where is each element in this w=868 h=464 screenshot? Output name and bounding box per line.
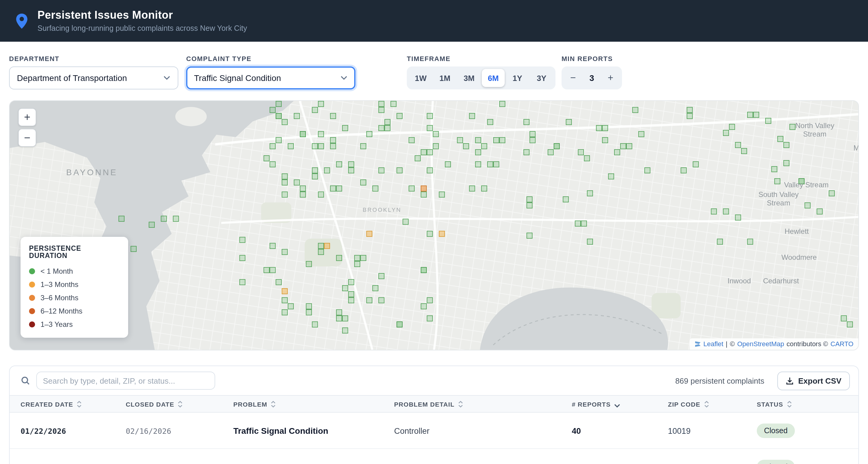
column-header-status[interactable]: STATUS xyxy=(757,395,859,412)
timeframe-option-3y[interactable]: 3Y xyxy=(530,69,553,87)
complaint-type-label: COMPLAINT TYPE xyxy=(186,55,355,62)
heat-cell xyxy=(644,167,650,173)
leaflet-flag-icon xyxy=(694,340,701,347)
zoom-out-button[interactable]: − xyxy=(18,129,36,147)
heat-cell xyxy=(239,279,245,285)
column-header-problem[interactable]: PROBLEM xyxy=(233,395,394,412)
search-icon xyxy=(21,376,30,386)
table-row[interactable]: 01/22/202602/16/2026Traffic Signal Condi… xyxy=(10,412,859,449)
column-header--reports[interactable]: # REPORTS xyxy=(572,395,668,412)
column-label: PROBLEM xyxy=(233,400,267,407)
heat-cell xyxy=(342,316,348,322)
map[interactable]: BAYONNEBROOKLYNNorth Valley StreamMValle… xyxy=(9,100,859,351)
legend-item-label: 3–6 Months xyxy=(40,294,78,302)
cell-closed: 02/16/2026 xyxy=(126,426,172,435)
heat-cell xyxy=(587,190,593,196)
heat-cell xyxy=(282,192,288,198)
heat-cell xyxy=(324,243,330,249)
heat-cell xyxy=(711,208,717,214)
search-input[interactable] xyxy=(36,371,215,390)
heat-cell xyxy=(523,149,529,155)
legend-color-dot xyxy=(29,268,35,274)
legend-item-label: < 1 Month xyxy=(40,267,73,275)
heat-cell xyxy=(384,119,391,125)
heat-cell xyxy=(378,125,384,131)
table-body: 01/22/202602/16/2026Traffic Signal Condi… xyxy=(10,412,859,464)
heat-cell xyxy=(829,190,835,196)
column-label: CREATED DATE xyxy=(21,400,73,407)
column-label: CLOSED DATE xyxy=(126,400,175,407)
heat-cell xyxy=(581,221,587,227)
heat-cell xyxy=(366,131,372,137)
zoom-in-button[interactable]: + xyxy=(18,108,36,126)
min-reports-decrease-button[interactable]: − xyxy=(565,69,581,87)
heat-cell xyxy=(336,161,342,167)
heat-cell xyxy=(632,107,638,113)
complaint-type-filter: COMPLAINT TYPE Traffic Signal Condition xyxy=(186,55,355,90)
column-header-created-date[interactable]: CREATED DATE xyxy=(10,395,126,412)
heat-cell xyxy=(378,107,384,113)
export-csv-label: Export CSV xyxy=(798,376,841,385)
min-reports-increase-button[interactable]: + xyxy=(602,69,618,87)
leaflet-link[interactable]: Leaflet xyxy=(703,340,723,347)
heat-cell xyxy=(620,143,626,149)
table-row[interactable]: 01/15/202602/10/2026Traffic Signal Condi… xyxy=(10,449,859,464)
heat-cell xyxy=(427,297,433,303)
heat-cell xyxy=(391,101,397,107)
heat-cell xyxy=(487,119,493,125)
timeframe-option-3m[interactable]: 3M xyxy=(458,69,480,87)
chevron-down-icon xyxy=(340,75,347,80)
complaints-table: CREATED DATECLOSED DATEPROBLEMPROBLEM DE… xyxy=(10,395,859,464)
column-header-problem-detail[interactable]: PROBLEM DETAIL xyxy=(394,395,572,412)
heat-cell xyxy=(276,113,282,119)
column-header-closed-date[interactable]: CLOSED DATE xyxy=(126,395,233,412)
heat-cell xyxy=(312,167,318,173)
heat-cell xyxy=(306,303,312,309)
openstreetmap-link[interactable]: OpenStreetMap xyxy=(737,340,784,347)
download-icon xyxy=(786,377,794,385)
heat-cell xyxy=(354,261,360,267)
heat-cell xyxy=(270,267,276,273)
export-csv-button[interactable]: Export CSV xyxy=(778,371,850,390)
timeframe-control: 1W1M3M6M1Y3Y xyxy=(407,66,556,90)
heat-cell xyxy=(318,249,324,255)
heat-cell xyxy=(427,149,433,155)
carto-link[interactable]: CARTO xyxy=(831,340,854,347)
heat-cell xyxy=(282,309,288,316)
timeframe-option-1m[interactable]: 1M xyxy=(433,69,456,87)
heat-cell xyxy=(312,107,318,113)
timeframe-option-1w[interactable]: 1W xyxy=(409,69,432,87)
legend-item: 6–12 Months xyxy=(29,304,120,318)
heat-cell xyxy=(638,131,644,137)
department-label: DEPARTMENT xyxy=(9,55,178,62)
heat-cell xyxy=(403,219,409,225)
cell-zip: 10019 xyxy=(668,426,690,435)
heat-cell xyxy=(566,119,572,125)
timeframe-label: TIMEFRAME xyxy=(407,55,556,62)
legend-color-dot xyxy=(29,295,35,301)
complaints-panel: 869 persistent complaints Export CSV CRE… xyxy=(9,366,859,464)
legend-color-dot xyxy=(29,308,35,314)
timeframe-option-1y[interactable]: 1Y xyxy=(506,69,529,87)
heat-cell xyxy=(548,149,554,155)
heat-cell xyxy=(427,113,433,119)
heat-cell xyxy=(439,231,445,237)
heat-cell xyxy=(366,297,372,303)
status-badge: Closed xyxy=(757,423,795,438)
column-label: STATUS xyxy=(757,400,783,407)
heat-cell xyxy=(681,167,687,173)
heat-cell xyxy=(529,137,535,143)
timeframe-option-6m[interactable]: 6M xyxy=(482,69,505,87)
cell-created: 01/15/2026 xyxy=(21,463,66,464)
heat-cell xyxy=(587,239,593,245)
heat-cell xyxy=(596,125,602,131)
heat-cell xyxy=(487,161,493,167)
column-header-zip-code[interactable]: ZIP CODE xyxy=(668,395,757,412)
department-select[interactable]: Department of Transportation xyxy=(9,66,178,90)
min-reports-label: MIN REPORTS xyxy=(562,55,622,62)
cell-problem: Traffic Signal Condition xyxy=(233,426,328,435)
complaint-type-select[interactable]: Traffic Signal Condition xyxy=(186,66,355,90)
cell-reports: 38 xyxy=(572,463,581,464)
heat-cell xyxy=(777,136,783,142)
heat-cell xyxy=(529,131,535,137)
